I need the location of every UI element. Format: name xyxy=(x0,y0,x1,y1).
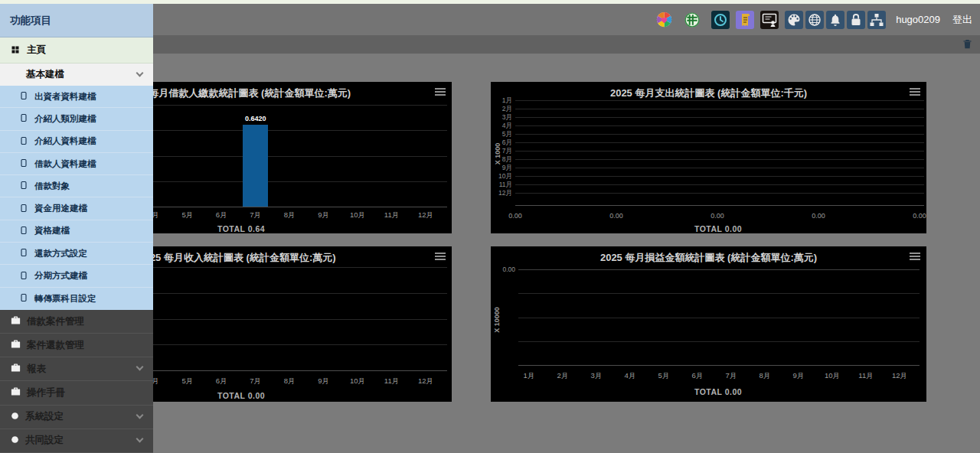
logout-button[interactable]: 登出 xyxy=(952,13,972,27)
sidebar-main-list: 借款案件管理案件還款管理報表操作手冊系統設定共同設定 xyxy=(0,310,153,453)
green-logo-icon[interactable] xyxy=(684,12,700,28)
month-label: 4月 xyxy=(613,371,647,381)
globe-icon[interactable] xyxy=(805,11,824,29)
chart-panel-profit: 2025 每月損益金額統計圖表 (統計金額單位:萬元) 0.001月2月3月4月… xyxy=(491,246,926,402)
sidebar-sub-item[interactable]: 分期方式建檔 xyxy=(0,265,153,287)
sidebar-sub-item[interactable]: 資格建檔 xyxy=(0,220,153,243)
gridline xyxy=(515,109,924,109)
sidebar: 功能項目 主頁 基本建檔 出資者資料建檔介紹人類別建檔介紹人資料建檔借款人資料建… xyxy=(0,4,153,453)
colorful-logo-icon[interactable] xyxy=(656,11,672,28)
chart-panel-expense: 2025 每月支出統計圖表 (統計金額單位:千元) 1月2月3月4月5月6月7月… xyxy=(491,82,926,233)
sidebar-item-label: 案件還款管理 xyxy=(27,339,84,352)
month-label: 9月 xyxy=(307,376,341,386)
sidebar-sub-item[interactable]: 介紹人資料建檔 xyxy=(0,131,153,153)
gridline xyxy=(518,341,920,342)
chevron-down-icon xyxy=(136,363,144,371)
month-label: 7月 xyxy=(239,210,273,220)
axis-multiplier-label: X 10000 xyxy=(493,301,501,338)
gridline xyxy=(515,151,924,152)
presentation-icon[interactable] xyxy=(760,11,779,29)
month-label: 5月 xyxy=(647,371,681,381)
tablet-icon xyxy=(19,246,28,260)
lock-icon[interactable] xyxy=(847,11,865,29)
sidebar-sub-item[interactable]: 出資者資料建檔 xyxy=(0,86,153,108)
bar xyxy=(243,125,268,207)
total-label: TOTAL 0.00 xyxy=(665,387,772,396)
tablet-icon xyxy=(19,269,28,283)
sidebar-sub-item-label: 轉傳票科目設定 xyxy=(34,293,96,305)
clock-icon[interactable] xyxy=(711,11,730,29)
sidebar-sub-item[interactable]: 借款人資料建檔 xyxy=(0,153,153,175)
sidebar-sub-item[interactable]: 還款方式設定 xyxy=(0,243,153,265)
total-label: TOTAL 0.00 xyxy=(665,224,772,233)
briefcase-icon xyxy=(10,338,21,353)
sidebar-sub-item-label: 出資者資料建檔 xyxy=(34,91,96,103)
gridline xyxy=(515,184,924,185)
sidebar-item[interactable]: 借款案件管理 xyxy=(0,310,153,334)
bell-icon[interactable] xyxy=(826,11,844,29)
chevron-down-icon xyxy=(136,69,144,77)
sidebar-item[interactable]: 系統設定 xyxy=(0,406,153,429)
tablet-icon xyxy=(19,179,28,193)
sidebar-item-home[interactable]: 主頁 xyxy=(0,37,153,64)
tablet-icon xyxy=(19,90,28,103)
scroll-icon[interactable] xyxy=(736,11,754,29)
sidebar-sub-item-label: 資金用途建檔 xyxy=(34,203,87,214)
month-label: 11月 xyxy=(849,371,883,381)
sidebar-item[interactable]: 案件還款管理 xyxy=(0,334,153,357)
month-label: 11月 xyxy=(375,210,409,220)
tablet-icon xyxy=(19,202,28,216)
sidebar-item[interactable]: 操作手冊 xyxy=(0,381,153,405)
sidebar-sub-item-label: 還款方式設定 xyxy=(34,248,87,259)
x-tick-label: 0.00 xyxy=(601,212,632,220)
month-label: 5月 xyxy=(171,210,204,220)
sidebar-sub-item[interactable]: 借款對象 xyxy=(0,175,153,197)
total-label: TOTAL 0.00 xyxy=(188,391,295,400)
sidebar-sub-item-label: 借款人資料建檔 xyxy=(34,158,96,170)
month-label: 12月 xyxy=(409,376,443,386)
month-label: 11月 xyxy=(375,376,409,386)
sidebar-item[interactable]: 共同設定 xyxy=(0,429,153,453)
month-label: 8月 xyxy=(748,371,782,381)
month-label: 2月 xyxy=(546,371,580,381)
month-label: 8月 xyxy=(273,210,306,220)
bar-value-label: 0.6420 xyxy=(237,115,275,122)
tablet-icon xyxy=(19,224,28,238)
sidebar-item-label: 系統設定 xyxy=(25,410,64,423)
username[interactable]: hugo0209 xyxy=(896,14,940,25)
gridline xyxy=(515,168,924,168)
sidebar-sub-item-label: 介紹人資料建檔 xyxy=(34,135,96,147)
month-label: 12月 xyxy=(883,371,916,381)
tablet-icon xyxy=(19,157,28,171)
month-label: 1月 xyxy=(512,371,546,381)
sidebar-sub-item[interactable]: 介紹人類別建檔 xyxy=(0,108,153,130)
sidebar-item[interactable]: 報表 xyxy=(0,357,153,381)
sidebar-sub-item-label: 介紹人類別建檔 xyxy=(34,113,96,125)
month-label: 6月 xyxy=(681,371,714,381)
sitemap-icon[interactable] xyxy=(867,11,886,29)
month-label: 10月 xyxy=(341,376,374,386)
gridline xyxy=(515,159,924,160)
sidebar-item-label: 共同設定 xyxy=(25,434,64,447)
sidebar-group-basic[interactable]: 基本建檔 xyxy=(0,64,153,86)
sidebar-sub-item-label: 分期方式建檔 xyxy=(34,270,87,282)
x-tick-label: 0.00 xyxy=(803,212,834,220)
sidebar-item-label: 借款案件管理 xyxy=(27,315,84,328)
chevron-down-icon xyxy=(136,411,144,419)
trash-icon[interactable] xyxy=(962,38,973,53)
tablet-icon xyxy=(19,292,28,305)
gridline xyxy=(515,176,924,177)
chart-plot: 0.001月2月3月4月5月6月7月8月9月10月11月12月X 10000TO… xyxy=(491,246,926,402)
palette-icon[interactable] xyxy=(785,11,803,29)
chart-plot: 1月2月3月4月5月6月7月8月9月10月11月12月0.000.000.000… xyxy=(491,82,926,233)
month-label: 5月 xyxy=(171,376,204,386)
gridline xyxy=(515,125,924,126)
month-label: 7月 xyxy=(239,376,273,386)
sidebar-title: 功能項目 xyxy=(0,4,153,37)
gridline xyxy=(515,134,924,135)
sidebar-sub-item[interactable]: 資金用途建檔 xyxy=(0,197,153,220)
sidebar-sub-item[interactable]: 轉傳票科目設定 xyxy=(0,288,153,310)
briefcase-icon xyxy=(10,314,21,329)
month-label: 8月 xyxy=(273,376,306,386)
gridline xyxy=(518,318,920,318)
